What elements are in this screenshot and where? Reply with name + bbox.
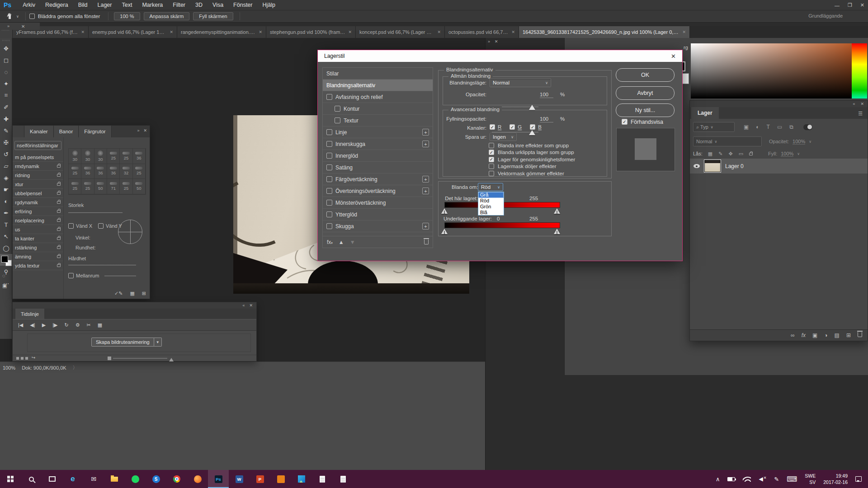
style-item-kontur[interactable]: Kontur (323, 103, 433, 115)
zoom-level[interactable]: 100% (3, 365, 15, 371)
brush-preset[interactable]: 50 (133, 179, 146, 194)
taskbar-word[interactable]: W (229, 470, 250, 488)
close-icon[interactable]: ✕ (671, 53, 676, 60)
layer-row[interactable]: Lager 0 (690, 159, 868, 174)
action-center-icon[interactable] (855, 476, 862, 482)
scroll-all-windows-checkbox[interactable] (29, 14, 35, 19)
collapse-icon[interactable]: « (242, 303, 245, 308)
filter-toggle[interactable] (803, 124, 812, 130)
close-icon[interactable]: ✕ (81, 30, 85, 34)
dropdown-option-bl-[interactable]: Blå (478, 210, 504, 216)
dropdown-option-gr-n[interactable]: Grön (478, 204, 504, 210)
collapse-icon[interactable]: « (853, 102, 855, 106)
style-item-linje[interactable]: Linje+ (323, 127, 433, 138)
brush-preset[interactable]: 32 (120, 164, 132, 179)
this-layer-right-handle[interactable] (554, 208, 560, 214)
delete-effect-icon[interactable] (424, 239, 429, 244)
add-effect-icon[interactable]: + (422, 141, 429, 147)
underlying-max[interactable]: 255 (529, 216, 538, 221)
style-checkbox[interactable] (335, 106, 340, 112)
knockout-select[interactable]: Ingen∨ (490, 133, 517, 141)
style-item-sat-ng[interactable]: Satäng (323, 162, 433, 174)
pen-tool[interactable]: ✒ (0, 207, 12, 219)
grid-icon[interactable]: ▦ (130, 291, 134, 296)
prev-frame-icon[interactable]: ◀| (30, 322, 35, 328)
brush-setting-item[interactable]: rgdynamik (13, 198, 63, 207)
taskbar-mail[interactable]: ✉ (83, 470, 104, 488)
add-effect-icon[interactable]: + (422, 223, 429, 230)
layer-name[interactable]: Lager 0 (725, 163, 744, 169)
close-icon[interactable]: ✕ (511, 30, 515, 34)
group-icon[interactable]: ▤ (835, 332, 840, 338)
this-layer-max[interactable]: 255 (529, 196, 538, 201)
menu-markera[interactable]: Markera (137, 2, 168, 8)
hidden-tab[interactable] (13, 126, 24, 137)
taskbar-powerpoint[interactable]: P (250, 470, 270, 488)
spacing-checkbox[interactable] (68, 273, 74, 278)
tab-timeline[interactable]: Tidslinje (15, 309, 44, 319)
taskbar-edge[interactable]: e (62, 470, 83, 488)
taskbar-doc-white-1[interactable] (312, 470, 333, 488)
keyboard-icon[interactable]: ⌨ (787, 475, 797, 483)
brush-preset[interactable]: 30 (69, 149, 81, 164)
smudge-tool[interactable]: ☛ (0, 183, 12, 195)
close-icon[interactable]: ✕ (21, 24, 25, 29)
battery-icon[interactable] (727, 477, 735, 481)
link-icon[interactable]: ∞ (791, 332, 795, 338)
chevron-down-icon[interactable]: ▼ (154, 338, 162, 347)
expand-icon[interactable]: » (7, 24, 9, 28)
style-item-f-rg-vert-ckning[interactable]: Färgövertäckning+ (323, 174, 433, 185)
clone-stamp-tool[interactable]: ✠ (0, 136, 12, 148)
flip-x-checkbox[interactable] (68, 223, 74, 229)
close-icon[interactable]: ✕ (682, 30, 686, 34)
style-item-innergl-d[interactable]: Innerglöd (323, 150, 433, 162)
underlying-min[interactable]: 0 (497, 216, 500, 221)
tab-layers[interactable]: Lager (691, 107, 719, 119)
blend-if-select[interactable]: Röd∨ (478, 183, 503, 191)
menu-bild[interactable]: Bild (73, 2, 93, 8)
fill-value[interactable]: 100% (781, 151, 793, 157)
volume-muted-icon[interactable]: ◀✕ (759, 476, 766, 482)
brush-preset[interactable]: 25 (120, 179, 132, 194)
brush-preset[interactable]: 25 (69, 179, 81, 194)
style-checkbox[interactable] (335, 117, 340, 123)
document-tab[interactable]: enemy.psd vid 66,7% (Lager 16, RGB/...✕ (89, 26, 177, 38)
play-icon[interactable]: ▶ (42, 322, 46, 328)
opacity-value[interactable]: 100 (540, 92, 553, 98)
style-checkbox[interactable] (326, 200, 332, 206)
brush-setting-item[interactable]: rmdynamik (13, 162, 63, 171)
menu-3d[interactable]: 3D (190, 2, 208, 8)
style-item-textur[interactable]: Textur (323, 115, 433, 127)
document-tab[interactable]: rangedenemyspittinganimation.psd vi...✕ (177, 26, 266, 38)
eraser-tool[interactable]: ▱ (0, 160, 12, 172)
workspace-switcher[interactable]: Grundläggande (808, 13, 843, 19)
fx-icon[interactable]: fx▾ (327, 239, 333, 245)
blend-mode-combo[interactable]: Normal∨ (693, 136, 762, 146)
fx-icon[interactable]: fx (802, 332, 806, 338)
taskbar-skype[interactable]: S (146, 470, 166, 488)
artboard-lock-icon[interactable]: ▭ (739, 151, 743, 157)
layer-mask-icon[interactable]: ▣ (812, 332, 817, 338)
move-effect-up-icon[interactable]: ▲ (339, 239, 344, 245)
menu-text[interactable]: Text (117, 2, 137, 8)
create-frame-animation-button[interactable]: Skapa bildruteanimering (91, 338, 154, 347)
this-layer-left-handle[interactable] (441, 208, 448, 214)
taskbar-firefox[interactable] (187, 470, 208, 488)
menu-f-nster[interactable]: Fönster (228, 2, 257, 8)
quick-selection-tool[interactable]: ✦ (0, 78, 12, 89)
taskbar-doc-white-2[interactable] (333, 470, 354, 488)
taskbar-spotify[interactable] (125, 470, 146, 488)
language-indicator[interactable]: SWESV (805, 473, 816, 485)
taskbar-search[interactable] (21, 470, 42, 488)
style-item-yttergl-d[interactable]: Ytterglöd (323, 209, 433, 221)
smart-object-icon[interactable]: ⧉ (789, 124, 793, 130)
add-effect-icon[interactable]: + (422, 129, 429, 136)
layer-filter-combo[interactable]: ⌕ Typ∨ (693, 122, 735, 132)
underlying-left-handle[interactable] (441, 229, 448, 234)
lock-all-icon[interactable] (749, 151, 753, 157)
style-item-blandningsalternativ[interactable]: Blandningsalternativ (323, 80, 433, 91)
layer-thumbnail[interactable] (704, 160, 721, 172)
dropdown-option-gr-[interactable]: Grå (478, 192, 504, 198)
menu-arkiv[interactable]: Arkiv (18, 2, 40, 8)
document-tab[interactable]: koncept.psd vid 66,7% (Lager 4, RGB/...✕ (356, 26, 445, 38)
